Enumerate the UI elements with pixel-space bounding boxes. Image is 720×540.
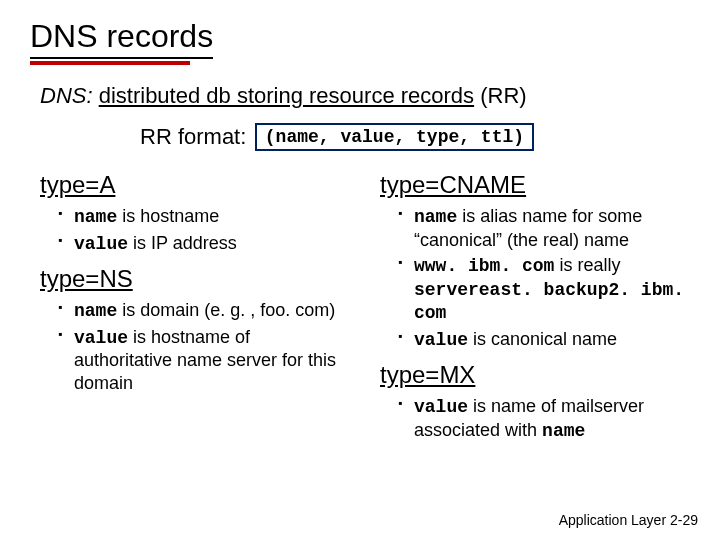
code-value: value <box>74 328 128 348</box>
footer-chapter: Application Layer <box>559 512 666 528</box>
columns: type=A name is hostname value is IP addr… <box>40 167 690 452</box>
rr-format-box: (name, value, type, ttl) <box>255 123 534 151</box>
code-host: servereast. backup2. ibm. com <box>414 280 684 324</box>
text: is IP address <box>128 233 237 253</box>
list-item: name is hostname <box>58 205 350 229</box>
code-name: name <box>74 207 117 227</box>
type-mx-head: type=MX <box>380 361 690 389</box>
code-name: name <box>414 207 457 227</box>
type-cname-head: type=CNAME <box>380 171 690 199</box>
footer-page: 2-29 <box>666 512 698 528</box>
text: is really <box>554 255 620 275</box>
title-underline-accent <box>30 61 190 65</box>
code-value: value <box>74 234 128 254</box>
intro-rr: (RR) <box>480 83 526 108</box>
type-ns-list: name is domain (e. g. , foo. com) value … <box>58 299 350 394</box>
code-name: name <box>74 301 117 321</box>
code-value: value <box>414 330 468 350</box>
rr-format-label: RR format: <box>140 124 246 150</box>
rr-format-row: RR format: (name, value, type, ttl) <box>140 123 690 151</box>
list-item: name is domain (e. g. , foo. com) <box>58 299 350 323</box>
text: is hostname <box>117 206 219 226</box>
code-name: name <box>542 421 585 441</box>
list-item: value is canonical name <box>398 328 690 352</box>
type-a-head: type=A <box>40 171 350 199</box>
intro-definition: distributed db storing resource records <box>99 83 474 108</box>
code-host: www. ibm. com <box>414 256 554 276</box>
text: is domain (e. g. , foo. com) <box>117 300 335 320</box>
type-mx-list: value is name of mailserver associated w… <box>398 395 690 442</box>
type-ns-head: type=NS <box>40 265 350 293</box>
type-cname-list: name is alias name for some “canonical” … <box>398 205 690 351</box>
left-column: type=A name is hostname value is IP addr… <box>40 167 350 452</box>
code-value: value <box>414 397 468 417</box>
list-item: value is IP address <box>58 232 350 256</box>
list-item: name is alias name for some “canonical” … <box>398 205 690 251</box>
intro-line: DNS: distributed db storing resource rec… <box>40 83 690 109</box>
right-column: type=CNAME name is alias name for some “… <box>380 167 690 452</box>
slide-title-block: DNS records <box>30 18 690 65</box>
list-item: www. ibm. com is really servereast. back… <box>398 254 690 325</box>
text: is canonical name <box>468 329 617 349</box>
list-item: value is hostname of authoritative name … <box>58 326 350 395</box>
slide-title: DNS records <box>30 18 213 59</box>
intro-dns: DNS: <box>40 83 93 108</box>
list-item: value is name of mailserver associated w… <box>398 395 690 442</box>
type-a-list: name is hostname value is IP address <box>58 205 350 255</box>
footer: Application Layer 2-29 <box>559 512 698 528</box>
